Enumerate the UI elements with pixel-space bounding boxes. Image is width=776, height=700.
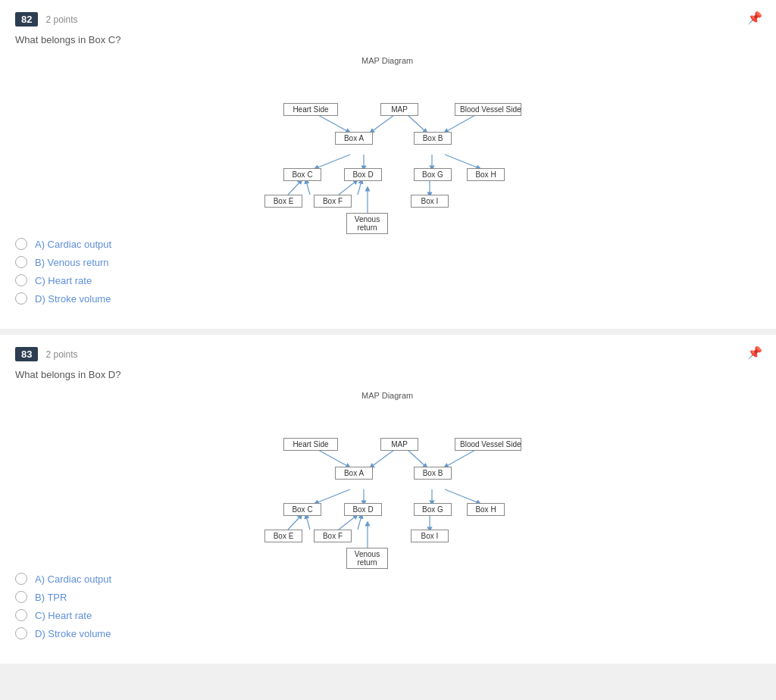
option-82-A[interactable]: A) Cardiac output [15, 238, 761, 250]
box-map-83: MAP [380, 438, 418, 451]
box-h-83: Box H [467, 503, 505, 516]
option-text-82-A: A) Cardiac output [35, 239, 111, 250]
box-f-82: Box F [314, 195, 352, 208]
svg-line-22 [288, 516, 301, 530]
box-a-82: Box A [335, 132, 373, 145]
box-bloodvesselside-83: Blood Vessel Side [455, 438, 521, 451]
box-venousreturn-82: Venousreturn [346, 213, 388, 234]
box-g-83: Box G [414, 503, 452, 516]
box-e-82: Box E [264, 195, 302, 208]
option-text-83-A: A) Cardiac output [35, 573, 111, 585]
pin-icon-83[interactable]: 📌 [747, 345, 762, 360]
question-text-82: What belongs in Box C? [15, 34, 761, 45]
pin-icon-82[interactable]: 📌 [747, 11, 762, 25]
svg-line-7 [445, 155, 479, 168]
options-list-82: A) Cardiac output B) Venous return C) He… [15, 238, 761, 305]
option-text-83-D: D) Stroke volume [35, 628, 111, 639]
question-number-82: 82 [15, 12, 38, 27]
box-c-83: Box C [283, 503, 321, 516]
radio-82-B[interactable] [15, 256, 27, 268]
box-a-83: Box A [335, 467, 373, 480]
box-g-82: Box G [414, 168, 452, 181]
box-h-82: Box H [467, 168, 505, 181]
radio-83-A[interactable] [15, 573, 27, 585]
option-82-C[interactable]: C) Heart rate [15, 274, 761, 286]
svg-line-10 [339, 181, 356, 195]
svg-line-15 [371, 450, 394, 467]
box-venousreturn-83: Venousreturn [346, 548, 388, 569]
option-82-D[interactable]: D) Stroke volume [15, 292, 761, 305]
box-b-83: Box B [414, 467, 452, 480]
box-d-82: Box D [344, 168, 382, 181]
box-c-82: Box C [283, 168, 321, 181]
option-83-A[interactable]: A) Cardiac output [15, 573, 761, 585]
option-text-83-B: B) TPR [35, 592, 67, 603]
svg-line-4 [316, 155, 350, 168]
option-text-82-C: C) Heart rate [35, 275, 92, 286]
svg-line-3 [446, 115, 475, 132]
box-d-83: Box D [344, 503, 382, 516]
points-label-82: 2 points [45, 14, 77, 25]
svg-line-2 [408, 115, 426, 132]
box-bloodvesselside-82: Blood Vessel Side [455, 103, 521, 116]
radio-82-D[interactable] [15, 292, 27, 305]
svg-line-23 [306, 516, 310, 530]
svg-line-11 [358, 181, 361, 195]
box-map-82: MAP [380, 103, 418, 116]
box-heartside-82: Heart Side [283, 103, 338, 116]
question-header-82: 82 2 points [15, 12, 761, 27]
option-text-82-B: B) Venous return [35, 257, 109, 268]
option-83-D[interactable]: D) Stroke volume [15, 627, 761, 639]
options-list-83: A) Cardiac output B) TPR C) Heart rate D… [15, 573, 761, 639]
question-card-83: 83 2 points 📌 What belongs in Box D? MAP… [0, 335, 776, 664]
radio-83-D[interactable] [15, 627, 27, 639]
radio-83-B[interactable] [15, 591, 27, 603]
box-i-82: Box I [411, 195, 449, 208]
option-82-B[interactable]: B) Venous return [15, 256, 761, 268]
box-b-82: Box B [414, 132, 452, 145]
option-83-C[interactable]: C) Heart rate [15, 609, 761, 621]
question-card-82: 82 2 points 📌 What belongs in Box C? MAP… [0, 0, 776, 329]
option-83-B[interactable]: B) TPR [15, 591, 761, 603]
box-f-83: Box F [314, 530, 352, 542]
svg-line-24 [339, 516, 356, 530]
box-i-83: Box I [411, 530, 449, 542]
box-e-83: Box E [264, 530, 302, 542]
points-label-83: 2 points [45, 349, 77, 360]
svg-line-17 [446, 450, 475, 467]
svg-line-8 [288, 181, 301, 195]
svg-line-0 [318, 115, 349, 132]
svg-line-18 [316, 489, 350, 503]
question-text-83: What belongs in Box D? [15, 369, 761, 380]
svg-line-16 [408, 450, 426, 467]
radio-82-C[interactable] [15, 274, 27, 286]
svg-line-21 [445, 489, 479, 503]
box-heartside-83: Heart Side [283, 438, 338, 451]
question-number-83: 83 [15, 347, 38, 361]
svg-line-9 [306, 181, 310, 195]
svg-line-1 [371, 115, 394, 132]
diagram-title-82: MAP Diagram [361, 56, 413, 65]
radio-82-A[interactable] [15, 238, 27, 250]
option-text-83-C: C) Heart rate [35, 610, 92, 621]
svg-line-14 [318, 450, 349, 467]
svg-line-25 [358, 516, 361, 530]
question-header-83: 83 2 points [15, 347, 761, 361]
diagram-title-83: MAP Diagram [361, 391, 413, 400]
radio-83-C[interactable] [15, 609, 27, 621]
option-text-82-D: D) Stroke volume [35, 293, 111, 305]
